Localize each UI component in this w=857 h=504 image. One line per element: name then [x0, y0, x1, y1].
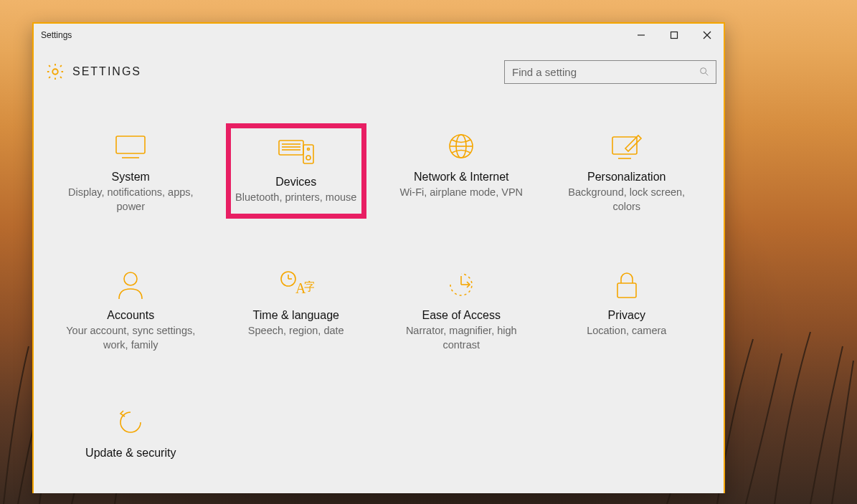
tile-title: Time & language: [253, 309, 339, 322]
tile-system[interactable]: System Display, notifications, apps, pow…: [60, 123, 201, 219]
accounts-icon: [116, 266, 145, 303]
svg-text:字: 字: [304, 280, 314, 293]
tile-desc: Wi-Fi, airplane mode, VPN: [399, 185, 523, 199]
tile-network[interactable]: Network & Internet Wi-Fi, airplane mode,…: [391, 123, 531, 219]
tile-desc: Speech, region, date: [248, 323, 344, 338]
tile-title: Privacy: [608, 309, 645, 322]
svg-rect-29: [617, 283, 636, 298]
svg-line-6: [706, 73, 709, 76]
gear-icon: [42, 59, 68, 85]
tile-time-language[interactable]: A字 Time & language Speech, region, date: [226, 262, 366, 357]
tile-ease-of-access[interactable]: Ease of Access Narrator, magnifier, high…: [391, 262, 531, 357]
tile-desc: Background, lock screen, colors: [559, 185, 694, 214]
maximize-button[interactable]: [658, 24, 691, 46]
svg-rect-7: [116, 136, 145, 153]
minimize-button[interactable]: [625, 24, 658, 46]
search-icon: [699, 66, 710, 77]
tile-desc: Display, notifications, apps, power: [63, 185, 198, 214]
category-grid: System Display, notifications, apps, pow…: [34, 90, 724, 493]
tile-title: Accounts: [107, 309, 154, 322]
tile-privacy[interactable]: Privacy Location, camera: [557, 262, 697, 357]
search-placeholder: Find a setting: [512, 66, 699, 78]
header: SETTINGS Find a setting: [34, 46, 724, 90]
svg-point-4: [52, 69, 57, 74]
ease-of-access-icon: [445, 266, 477, 303]
time-language-icon: A字: [278, 266, 314, 303]
tile-devices[interactable]: Devices Bluetooth, printers, mouse: [226, 123, 366, 219]
tile-personalization[interactable]: Personalization Background, lock screen,…: [557, 123, 697, 219]
personalization-icon: [608, 128, 645, 165]
settings-window: Settings SETTINGS Find a settin: [32, 22, 725, 493]
update-icon: [115, 404, 146, 441]
svg-point-15: [307, 148, 309, 151]
svg-rect-9: [279, 141, 303, 155]
search-input[interactable]: Find a setting: [504, 60, 716, 84]
desktop-wallpaper: Settings SETTINGS Find a settin: [0, 0, 857, 504]
globe-icon: [445, 128, 477, 165]
tile-desc: Bluetooth, printers, mouse: [235, 190, 356, 204]
titlebar[interactable]: Settings: [34, 24, 724, 46]
tile-update-security[interactable]: Update & security: [60, 399, 201, 465]
lock-icon: [613, 266, 640, 303]
tile-title: Personalization: [587, 171, 666, 184]
svg-point-14: [306, 156, 311, 160]
tile-accounts[interactable]: Accounts Your account, sync settings, wo…: [60, 262, 201, 357]
svg-rect-1: [671, 32, 678, 38]
tile-desc: Location, camera: [587, 323, 666, 338]
tile-title: System: [112, 171, 150, 184]
tile-desc: Your account, sync settings, work, famil…: [63, 323, 198, 353]
window-title: Settings: [41, 30, 72, 40]
svg-point-21: [124, 272, 137, 285]
tile-desc: Narrator, magnifier, high contrast: [394, 323, 529, 353]
close-button[interactable]: [691, 24, 724, 46]
tile-title: Devices: [275, 176, 316, 189]
tile-title: Network & Internet: [414, 171, 509, 184]
app-title: SETTINGS: [72, 65, 141, 78]
system-icon: [112, 128, 149, 165]
devices-icon: [276, 133, 316, 170]
svg-point-5: [701, 68, 706, 74]
tile-title: Update & security: [85, 447, 176, 460]
tile-title: Ease of Access: [422, 309, 501, 322]
